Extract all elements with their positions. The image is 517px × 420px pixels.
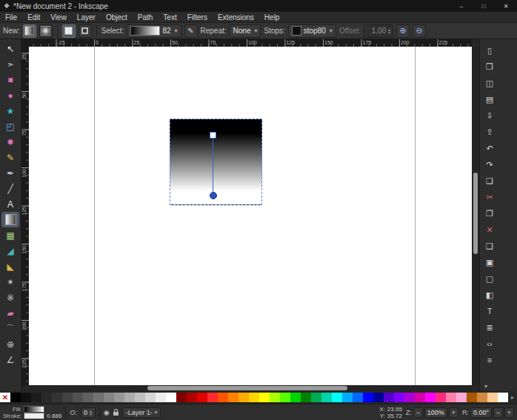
delete-button[interactable]: ✕ [481,221,498,238]
palette-swatch[interactable] [166,393,176,402]
minimize-button[interactable]: – [450,0,473,12]
measure-tool[interactable]: ∠ [1,352,19,367]
rotation-value-box[interactable]: 0.00° [470,407,492,418]
palette-swatch[interactable] [249,393,259,402]
gradient-on-fill-button[interactable] [62,24,76,38]
palette-swatch[interactable] [332,393,342,402]
palette-swatch[interactable] [436,393,446,402]
gradient-on-stroke-button[interactable] [79,24,92,38]
rectangle-tool[interactable]: ■ [1,72,19,87]
palette-swatch[interactable] [280,393,290,402]
menu-extensions[interactable]: Extensions [213,13,259,21]
gradient-select-dropdown[interactable]: 82 [127,24,181,38]
palette-swatch[interactable] [415,393,425,402]
edit-gradient-button[interactable]: ✎ [184,24,198,38]
zoom-tool[interactable]: ⊕ [1,336,19,352]
palette-swatch[interactable] [342,393,353,402]
palette-swatch[interactable] [353,393,363,402]
palette-swatch[interactable] [41,393,52,402]
close-button[interactable]: ✕ [495,0,517,12]
palette-swatch[interactable] [487,393,498,402]
menu-text[interactable]: Text [158,13,181,21]
group-button[interactable]: ▣ [481,254,498,270]
stroke-swatch[interactable] [24,413,44,419]
print-button[interactable]: ▤ [481,91,498,107]
open-document-button[interactable]: ❒ [481,59,498,75]
cut-button[interactable]: ✂ [481,189,498,205]
menu-filters[interactable]: Filters [182,13,213,21]
tweak-tool[interactable]: ✴ [1,274,19,290]
palette-swatch[interactable] [373,393,384,402]
zoom-in-button[interactable]: + [449,407,458,418]
star-tool[interactable]: ★ [1,103,19,119]
import-button[interactable]: ⇩ [481,107,498,124]
palette-swatch[interactable] [207,393,218,402]
palette-swatch[interactable] [83,393,93,402]
palette-swatch[interactable] [498,393,508,402]
zoom-value-box[interactable]: 100% [424,407,447,418]
menu-help[interactable]: Help [259,13,285,21]
layer-visibility-icon[interactable]: ◉ [104,409,110,416]
undo-button[interactable]: ↶ [481,140,498,156]
palette-swatch[interactable] [156,393,166,402]
layer-lock-icon[interactable] [113,412,119,416]
dropper-tool[interactable]: ◢ [1,243,19,259]
menu-object[interactable]: Object [101,13,133,21]
redo-button[interactable]: ↷ [481,156,498,173]
palette-swatch[interactable] [187,393,197,402]
layers-dialog-button[interactable]: ≣ [481,319,498,336]
palette-swatch[interactable] [477,393,487,402]
mesh-gradient-tool[interactable]: ▦ [1,227,19,243]
connector-tool[interactable]: ⌒ [1,321,19,336]
palette-swatch[interactable] [384,393,394,402]
palette-swatch[interactable] [124,393,135,402]
paste-button[interactable]: ❐ [481,205,498,221]
palette-swatch[interactable] [52,393,62,402]
gradient-end-handle[interactable] [210,192,217,199]
offset-spinner[interactable]: 1.00 ▲▼ [364,24,393,38]
palette-swatch[interactable] [404,393,415,402]
gradient-start-handle[interactable] [210,132,216,139]
palette-swatch[interactable] [104,393,114,402]
commands-overflow-button[interactable]: ▾ [484,383,487,390]
save-button[interactable]: ◫ [481,75,498,91]
spray-tool[interactable]: ※ [1,290,19,305]
ellipse-tool[interactable]: ● [1,87,19,103]
repeat-dropdown[interactable]: None [230,24,261,38]
delete-stop-button[interactable]: ⊖ [413,24,426,38]
palette-swatch[interactable] [197,393,207,402]
palette-swatch[interactable] [10,393,21,402]
vertical-scrollbar[interactable] [472,47,479,385]
palette-swatch[interactable] [114,393,124,402]
palette-swatch[interactable] [176,393,187,402]
layer-dropdown[interactable]: -Layer 1- [122,407,161,418]
horizontal-scrollbar[interactable] [29,385,472,391]
palette-swatch[interactable] [301,393,311,402]
palette-swatch[interactable] [394,393,404,402]
pencil-tool[interactable]: ✎ [1,150,19,165]
opacity-spinner[interactable]: 0 ▲▼ [81,407,96,418]
menu-edit[interactable]: Edit [22,13,45,21]
palette-swatch[interactable] [31,393,41,402]
palette-swatch[interactable] [73,393,83,402]
palette-swatch[interactable] [446,393,456,402]
fill-stroke-indicator[interactable]: Fill: Stroke: 0.886 [3,406,61,419]
align-dialog-button[interactable]: ≡ [481,352,498,368]
gradient-rectangle[interactable] [170,119,262,205]
paint-bucket-tool[interactable]: ◣ [1,259,19,274]
palette-swatch[interactable] [145,393,156,402]
rotate-ccw-button[interactable]: − [493,407,503,418]
palette-swatch[interactable] [228,393,239,402]
palette-swatch[interactable] [321,393,332,402]
menu-path[interactable]: Path [133,13,159,21]
palette-swatch[interactable] [93,393,104,402]
radial-gradient-button[interactable] [39,24,53,38]
palette-swatch[interactable] [311,393,321,402]
palette-none-swatch[interactable]: ✕ [0,393,10,402]
palette-swatch[interactable] [467,393,477,402]
palette-swatch[interactable] [425,393,436,402]
zoom-out-button[interactable]: − [413,407,423,418]
copy-button[interactable]: ❏ [481,173,498,189]
gradient-vector-line[interactable] [213,135,213,195]
ruler-horizontal[interactable]: -250255075100125150175200225 [29,39,472,47]
